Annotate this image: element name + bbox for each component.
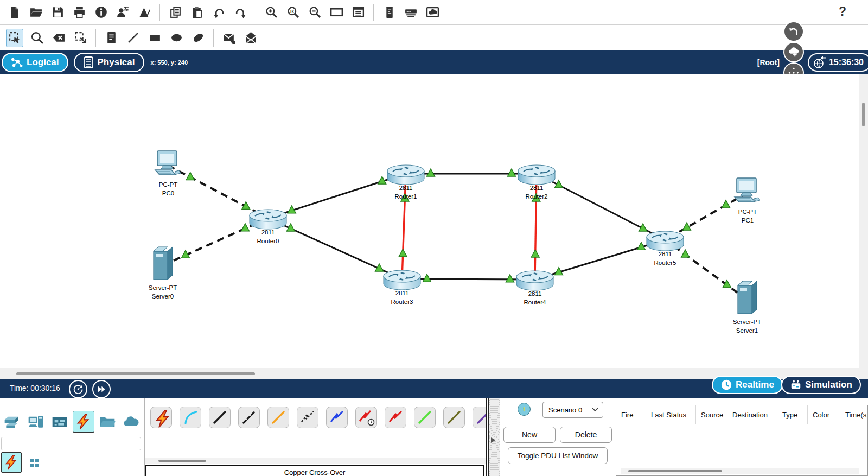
help-icon[interactable]: ? — [839, 4, 846, 19]
coaxial-cable[interactable] — [326, 407, 348, 428]
device-PC1[interactable] — [735, 178, 760, 202]
back-navigation-button[interactable] — [783, 21, 804, 42]
open-file-button[interactable] — [28, 4, 44, 21]
tab-simulation[interactable]: Simulation — [781, 376, 861, 394]
octal-cable[interactable] — [414, 407, 436, 428]
components-category[interactable] — [49, 411, 71, 433]
draw-ellipse-tool[interactable] — [168, 29, 184, 47]
pdu-scroll-handle[interactable] — [628, 470, 722, 472]
iot-custom-cable[interactable] — [443, 407, 465, 428]
toggle-pdu-list-button[interactable]: Toggle PDU List Window — [508, 447, 608, 464]
zoom-out-button[interactable] — [307, 4, 323, 21]
drawing-palette-button[interactable] — [328, 4, 344, 21]
select-tool[interactable] — [6, 29, 23, 47]
network-devices-category[interactable] — [1, 411, 23, 433]
network-info-button[interactable] — [93, 4, 109, 21]
new-cluster-button[interactable] — [783, 42, 804, 62]
device-model-label: PC-PT — [738, 208, 757, 215]
draw-freeform-tool[interactable] — [190, 29, 206, 47]
automatic-connection[interactable] — [150, 407, 172, 428]
pdu-header-source[interactable]: Source — [696, 405, 727, 424]
pdu-list-scrollbar[interactable] — [621, 468, 859, 474]
device-Server0[interactable] — [154, 247, 173, 280]
splitter-collapse-icon[interactable] — [490, 437, 496, 443]
pdu-header-destination[interactable]: Destination — [727, 405, 777, 424]
tab-physical[interactable]: Physical — [74, 53, 144, 72]
usb-cable[interactable] — [473, 407, 487, 428]
pdu-header-last-status[interactable]: Last Status — [646, 405, 696, 424]
delete-scenario-button[interactable]: Delete — [560, 427, 612, 443]
multiuser-button[interactable] — [114, 4, 131, 21]
device-Router0[interactable] — [250, 210, 286, 229]
phone-cable[interactable] — [297, 407, 318, 428]
device-PC0[interactable] — [155, 151, 181, 175]
multiuser-category[interactable] — [120, 411, 142, 433]
logical-workspace-canvas[interactable]: PC-PTPC0Server-PTServer02811Router02811R… — [0, 74, 859, 368]
connections-subcategory[interactable] — [1, 452, 22, 473]
zoom-in-button[interactable] — [263, 4, 279, 21]
resize-shape-tool[interactable] — [72, 29, 88, 47]
delete-tool[interactable] — [50, 29, 67, 47]
copper-cross-over[interactable] — [238, 407, 260, 428]
all-connection-types[interactable] — [28, 456, 41, 469]
tab-realtime[interactable]: Realtime — [712, 376, 783, 394]
link-PC0-Router0[interactable] — [168, 166, 268, 218]
fiber-cable[interactable] — [267, 407, 289, 428]
vscroll-handle[interactable] — [862, 103, 865, 126]
packet-tracer-window: R ? Logical Physical x: 550, y: 240 [Roo… — [0, 0, 868, 476]
new-scenario-button[interactable]: New — [503, 427, 556, 443]
custom-devices-dialog-button[interactable] — [350, 4, 366, 21]
print-button[interactable] — [71, 4, 87, 21]
device-Router4[interactable] — [516, 271, 553, 290]
connections-scrollbar[interactable] — [145, 458, 486, 464]
serial-dte-cable[interactable] — [385, 407, 406, 428]
power-cycle-devices-button[interactable] — [69, 380, 87, 398]
device-Router5[interactable] — [647, 231, 684, 251]
command-log-button[interactable] — [381, 4, 397, 21]
pdu-header-type[interactable]: Type — [777, 405, 808, 424]
scenario-info-icon[interactable]: i — [518, 403, 531, 416]
pdu-header-fire[interactable]: Fire — [616, 405, 646, 424]
redo-button[interactable] — [232, 4, 248, 21]
pdu-header-time-s[interactable]: Time(s — [840, 405, 867, 424]
copper-straight-through[interactable] — [209, 407, 231, 428]
tab-logical[interactable]: Logical — [2, 53, 68, 72]
device-Router1[interactable] — [387, 165, 424, 185]
serial-dce-cable[interactable] — [355, 407, 377, 428]
miscellaneous-category[interactable] — [97, 411, 118, 433]
fast-forward-time-button[interactable] — [92, 380, 111, 398]
copy-button[interactable] — [167, 4, 183, 21]
pdu-header-color[interactable]: Color — [808, 405, 840, 424]
console-cable[interactable] — [180, 407, 201, 428]
add-simple-pdu-tool[interactable] — [221, 29, 237, 47]
end-devices-category[interactable] — [25, 411, 47, 433]
link-Router4-Router5[interactable] — [535, 240, 665, 280]
root-cluster-label[interactable]: [Root] — [757, 58, 780, 67]
activity-wizard-button[interactable] — [136, 4, 152, 21]
new-file-button[interactable] — [6, 4, 22, 21]
environment-clock[interactable]: 15:36:30 — [808, 53, 868, 72]
zoom-reset-button[interactable]: R — [285, 4, 301, 21]
add-complex-pdu-tool[interactable] — [242, 29, 259, 47]
connections-scroll-handle[interactable] — [158, 460, 206, 462]
link-Router3-Router4[interactable] — [402, 279, 535, 280]
place-note-tool[interactable] — [103, 29, 119, 47]
connections-category[interactable] — [73, 411, 94, 433]
device-model-label: PC-PT — [159, 181, 178, 188]
scenario-dropdown[interactable]: Scenario 0 — [542, 402, 603, 418]
canvas-vertical-scrollbar[interactable] — [859, 74, 868, 368]
realtime-clock-icon — [720, 379, 732, 391]
paste-button[interactable] — [189, 4, 205, 21]
device-template-button[interactable] — [403, 4, 419, 21]
draw-line-tool[interactable] — [125, 29, 141, 47]
save-button[interactable] — [49, 4, 66, 21]
cloud-services-button[interactable] — [424, 4, 441, 21]
device-Router2[interactable] — [518, 165, 555, 185]
hscroll-handle[interactable] — [16, 372, 255, 375]
inspect-tool[interactable] — [29, 29, 45, 47]
draw-rectangle-tool[interactable] — [146, 29, 163, 47]
undo-button[interactable] — [210, 4, 227, 21]
link-status-up-icon — [427, 169, 435, 176]
device-Router3[interactable] — [384, 270, 420, 290]
device-Server1[interactable] — [738, 281, 757, 314]
